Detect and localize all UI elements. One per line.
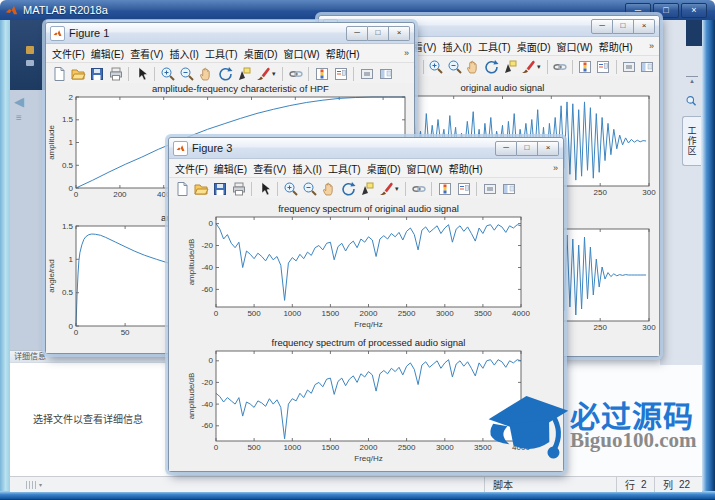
figure1-maximize-button[interactable]: □ [368,26,389,41]
main-close-button[interactable]: × [681,3,707,18]
menu-item[interactable]: 插入(I) [289,161,324,176]
brush-dropdown-icon[interactable]: ▾ [272,70,279,78]
cursor-icon[interactable] [132,65,151,83]
brush-dropdown-icon[interactable]: ▾ [395,185,402,193]
menu-item[interactable]: 查看(V) [250,161,289,176]
chart-spectrum-processed[interactable]: 050010001500200025003000350040000-20-40-… [169,335,563,469]
figure3-close-button[interactable]: × [538,141,559,156]
zoom-out-icon[interactable] [446,58,464,76]
insert-colorbar-icon[interactable] [576,58,594,76]
show-plot-tools-icon[interactable] [638,58,656,76]
open-folder-icon[interactable] [191,180,210,198]
figure2-close-button[interactable]: × [634,19,655,34]
new-file-icon[interactable] [172,180,191,198]
menu-item[interactable]: 窗口(W) [404,161,446,176]
cursor-icon[interactable] [255,180,274,198]
new-file-icon[interactable] [49,65,68,83]
figure1-title: Figure 1 [69,27,109,39]
zoom-in-icon[interactable] [427,58,445,76]
data-cursor-icon[interactable] [234,65,253,83]
figure1-close-button[interactable]: × [389,26,410,41]
menu-item[interactable]: 文件(F) [49,46,88,61]
save-icon[interactable] [210,180,229,198]
statusbar-grip[interactable]: ▾ [26,480,42,489]
zoom-out-icon[interactable] [300,180,319,198]
menu-item[interactable]: 帮助(H) [323,46,363,61]
figure2-maximize-button[interactable]: □ [613,19,634,34]
menu-item[interactable]: 文件(F) [172,161,211,176]
menu-overflow-icon[interactable]: » [553,163,560,173]
print-icon[interactable] [229,180,248,198]
menu-overflow-icon[interactable]: » [649,41,656,51]
hide-plot-tools-icon[interactable] [620,58,638,76]
insert-legend-icon[interactable] [331,65,350,83]
menu-item[interactable]: 插入(I) [166,46,201,61]
chart-spectrum-original[interactable]: 050010001500200025003000350040000-20-40-… [169,199,563,335]
pan-hand-icon[interactable] [464,58,482,76]
rotate-3d-icon[interactable] [482,58,500,76]
link-plots-icon[interactable] [286,65,305,83]
toolbar-separator [476,182,477,196]
menu-item[interactable]: 插入(I) [439,39,474,54]
figure3-minimize-button[interactable]: ─ [495,141,517,156]
print-icon[interactable] [106,65,125,83]
menu-item[interactable]: 工具(T) [325,161,364,176]
pan-hand-icon[interactable] [196,65,215,83]
menu-item[interactable]: 桌面(D) [364,161,404,176]
zoom-out-icon[interactable] [177,65,196,83]
menu-item[interactable]: 帮助(H) [446,161,486,176]
figure1-minimize-button[interactable]: ─ [346,26,368,41]
menu-item[interactable]: 编辑(E) [211,161,250,176]
insert-legend-icon[interactable] [454,180,473,198]
show-plot-tools-icon[interactable] [376,65,395,83]
open-folder-icon[interactable] [68,65,87,83]
figure1-titlebar[interactable]: Figure 1 ─ □ × [46,23,414,44]
svg-text:2: 2 [69,93,74,102]
insert-colorbar-icon[interactable] [312,65,331,83]
brush-icon[interactable] [253,65,272,83]
svg-text:1500: 1500 [322,309,340,318]
link-plots-icon[interactable] [409,180,428,198]
data-cursor-icon[interactable] [500,58,518,76]
figure2-minimize-button[interactable]: ─ [591,19,613,34]
rotate-3d-icon[interactable] [215,65,234,83]
panel-menu-icon[interactable]: ≡ [16,112,22,123]
svg-text:50: 50 [121,328,130,337]
hide-plot-tools-icon[interactable] [357,65,376,83]
toolbar-separator [547,60,548,74]
menu-item[interactable]: 桌面(D) [514,39,554,54]
zoom-in-icon[interactable] [281,180,300,198]
menu-item[interactable]: 工具(T) [202,46,241,61]
menu-item[interactable]: 桌面(D) [241,46,281,61]
figure3-maximize-button[interactable]: □ [517,141,538,156]
menu-item[interactable]: 窗口(W) [554,39,596,54]
save-icon[interactable] [87,65,106,83]
menu-item[interactable]: 窗口(W) [281,46,323,61]
pan-hand-icon[interactable] [319,180,338,198]
menu-overflow-icon[interactable]: » [404,48,411,58]
collapse-panel-icon[interactable]: ▴ [686,76,698,85]
insert-colorbar-icon[interactable] [435,180,454,198]
search-icon[interactable] [685,94,698,112]
toolbar-separator [308,67,309,81]
menu-item[interactable]: 帮助(H) [596,39,636,54]
menu-item[interactable]: 编辑(E) [88,46,127,61]
menu-item[interactable]: 查看(V) [127,46,166,61]
insert-legend-icon[interactable] [594,58,612,76]
zoom-in-icon[interactable] [158,65,177,83]
svg-text:-20: -20 [201,241,213,250]
hide-plot-tools-icon[interactable] [480,180,499,198]
toolbar-separator [353,67,354,81]
back-arrow-icon[interactable]: ◀ [14,94,24,109]
brush-dropdown-icon[interactable]: ▾ [537,63,544,71]
rotate-3d-icon[interactable] [338,180,357,198]
workspace-tab[interactable]: 工作区 [682,116,701,166]
data-cursor-icon[interactable] [357,180,376,198]
brush-icon[interactable] [519,58,537,76]
figure3-titlebar[interactable]: Figure 3 ─ □ × [169,138,563,159]
link-plots-icon[interactable] [551,58,569,76]
show-plot-tools-icon[interactable] [499,180,518,198]
svg-text:frequency spectrum of processe: frequency spectrum of processed audio si… [272,337,466,348]
menu-item[interactable]: 工具(T) [475,39,514,54]
brush-icon[interactable] [376,180,395,198]
